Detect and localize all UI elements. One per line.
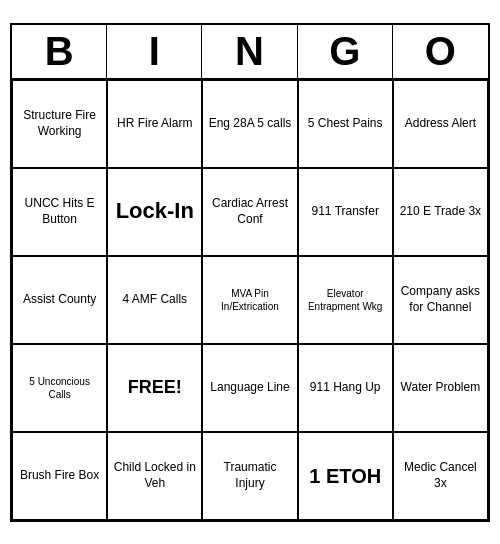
bingo-cell-23: 1 ETOH <box>298 432 393 520</box>
bingo-cell-20: Brush Fire Box <box>12 432 107 520</box>
bingo-cell-11: 4 AMF Calls <box>107 256 202 344</box>
bingo-letter-n: N <box>202 25 297 78</box>
bingo-letter-g: G <box>298 25 393 78</box>
bingo-cell-2: Eng 28A 5 calls <box>202 80 297 168</box>
bingo-cell-8: 911 Transfer <box>298 168 393 256</box>
bingo-cell-24: Medic Cancel 3x <box>393 432 488 520</box>
bingo-cell-16: FREE! <box>107 344 202 432</box>
bingo-cell-22: Traumatic Injury <box>202 432 297 520</box>
bingo-cell-0: Structure Fire Working <box>12 80 107 168</box>
bingo-cell-10: Assist County <box>12 256 107 344</box>
bingo-cell-6: Lock-In <box>107 168 202 256</box>
bingo-cell-15: 5 Unconcious Calls <box>12 344 107 432</box>
bingo-cell-19: Water Problem <box>393 344 488 432</box>
bingo-cell-7: Cardiac Arrest Conf <box>202 168 297 256</box>
bingo-cell-12: MVA Pin In/Extrication <box>202 256 297 344</box>
bingo-cell-13: Elevator Entrapment Wkg <box>298 256 393 344</box>
bingo-grid: Structure Fire WorkingHR Fire AlarmEng 2… <box>12 80 488 520</box>
bingo-cell-17: Language Line <box>202 344 297 432</box>
bingo-cell-9: 210 E Trade 3x <box>393 168 488 256</box>
bingo-letter-o: O <box>393 25 488 78</box>
bingo-header: BINGO <box>12 25 488 80</box>
bingo-cell-18: 911 Hang Up <box>298 344 393 432</box>
bingo-cell-21: Child Locked in Veh <box>107 432 202 520</box>
bingo-card: BINGO Structure Fire WorkingHR Fire Alar… <box>10 23 490 522</box>
bingo-letter-b: B <box>12 25 107 78</box>
bingo-cell-1: HR Fire Alarm <box>107 80 202 168</box>
bingo-cell-4: Address Alert <box>393 80 488 168</box>
bingo-cell-5: UNCC Hits E Button <box>12 168 107 256</box>
bingo-cell-3: 5 Chest Pains <box>298 80 393 168</box>
bingo-letter-i: I <box>107 25 202 78</box>
bingo-cell-14: Company asks for Channel <box>393 256 488 344</box>
